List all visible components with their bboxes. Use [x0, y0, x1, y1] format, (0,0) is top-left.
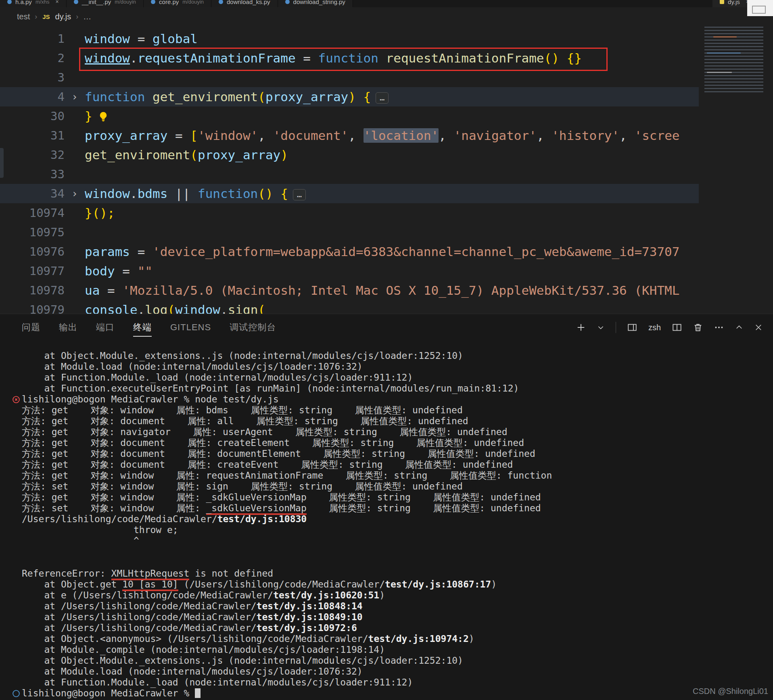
fold-chevron-icon[interactable]: ›	[65, 87, 85, 106]
terminal-line: 方法: get 对象: document 属性: createElement 属…	[22, 438, 773, 448]
line-number[interactable]: 31	[0, 126, 65, 145]
bottom-panel: 问题输出端口终端GITLENS调试控制台 zsh	[0, 314, 773, 700]
tab-dir-label: m/douyin	[115, 0, 136, 5]
line-number[interactable]: 4	[0, 87, 65, 106]
more-actions-icon[interactable]	[714, 323, 724, 332]
editor-tab[interactable]: download_string.py	[278, 0, 353, 7]
code-line[interactable]: 31proxy_array = ['window', 'document', '…	[0, 126, 699, 145]
line-number[interactable]: 10976	[0, 242, 65, 261]
panel-tab-problems[interactable]: 问题	[22, 314, 40, 341]
terminal-line: at Module.load (node:internal/modules/cj…	[22, 666, 773, 677]
panel-tab-output[interactable]: 输出	[59, 314, 77, 341]
line-number[interactable]: 10979	[0, 300, 65, 314]
terminal-line	[22, 546, 773, 557]
terminal-line: at Module._compile (node:internal/module…	[22, 644, 773, 655]
tab-dir-label: m/xhs	[36, 0, 50, 5]
code-lines: 1window = global2window.requestAnimation…	[0, 29, 699, 314]
python-file-icon	[74, 0, 78, 4]
code-text: window.bdms || function() {…	[85, 184, 306, 203]
terminal-line	[22, 557, 773, 568]
terminal-line: lishilong@bogon MediaCrawler % node test…	[22, 394, 773, 405]
lightbulb-icon[interactable]	[98, 110, 109, 123]
terminal-prompt-line[interactable]: lishilong@bogon MediaCrawler %	[22, 688, 773, 699]
code-line[interactable]: 4›function get_enviroment(proxy_array) {…	[0, 87, 699, 106]
close-tab-icon[interactable]: ×	[56, 0, 59, 5]
terminal-line: at Object.Module._extensions..js (node:i…	[22, 655, 773, 666]
code-line[interactable]: 33	[0, 165, 699, 184]
line-number[interactable]: 32	[0, 145, 65, 165]
kill-terminal-trash-icon[interactable]	[693, 323, 703, 332]
shell-name-label[interactable]: zsh	[648, 323, 661, 332]
code-line[interactable]: 10977body = ""	[0, 261, 699, 281]
code-text: window = global	[85, 29, 198, 48]
code-line[interactable]: 2window.requestAnimationFrame = function…	[0, 48, 699, 68]
fold-chevron-icon[interactable]: ›	[65, 184, 85, 203]
line-number[interactable]: 30	[0, 106, 65, 126]
panel-tab-terminal[interactable]: 终端	[133, 314, 152, 341]
code-line[interactable]: 30}	[0, 106, 699, 126]
terminal-line: at Object.Module._extensions..js (node:i…	[22, 350, 773, 361]
code-text: }	[85, 106, 109, 126]
line-number[interactable]: 10975	[0, 223, 65, 242]
maximize-panel-chevron-icon[interactable]	[735, 323, 743, 331]
new-terminal-button[interactable]	[576, 323, 586, 332]
breadcrumb[interactable]: test › JS dy.js › …	[0, 7, 773, 26]
line-number[interactable]: 10974	[0, 203, 65, 223]
command-running-icon	[12, 689, 20, 700]
code-line[interactable]: 10979console.log(window.sign(	[0, 300, 699, 314]
line-number[interactable]: 10978	[0, 281, 65, 300]
code-text: params = 'device_platform=webapp&aid=638…	[85, 242, 679, 261]
terminal-line: 方法: get 对象: document 属性: createEvent 属性类…	[22, 459, 773, 470]
divider	[616, 322, 616, 333]
line-number[interactable]: 1	[0, 29, 65, 48]
terminal-line: at e (/Users/lishilong/code/MediaCrawler…	[22, 590, 773, 601]
close-panel-icon[interactable]	[754, 323, 763, 331]
breadcrumb-file[interactable]: dy.js	[55, 12, 71, 21]
code-line[interactable]: 1window = global	[0, 29, 699, 48]
terminal-output[interactable]: at Object.Module._extensions..js (node:i…	[0, 341, 773, 700]
terminal-line: 方法: get 对象: window 属性: bdms 属性类型: string…	[22, 405, 773, 416]
tab-label: h.a.py	[15, 0, 32, 5]
terminal-line: 方法: get 对象: document 属性: all 属性类型: strin…	[22, 416, 773, 427]
panel-tab-debug-console[interactable]: 调试控制台	[230, 314, 276, 341]
code-line[interactable]: 10976params = 'device_platform=webapp&ai…	[0, 242, 699, 261]
terminal-panel-icon[interactable]	[627, 323, 637, 332]
panel-tab-bar: 问题输出端口终端GITLENS调试控制台	[22, 314, 276, 341]
breadcrumb-separator-icon: ›	[35, 12, 37, 21]
terminal-line: at /Users/lishilong/code/MediaCrawler/te…	[22, 601, 773, 612]
breadcrumb-symbol[interactable]: …	[83, 12, 91, 21]
code-line[interactable]: 32get_enviroment(proxy_array)	[0, 145, 699, 165]
code-text: }();	[85, 203, 115, 223]
code-line[interactable]: 10975	[0, 223, 699, 242]
code-line[interactable]: 34›window.bdms || function() {…	[0, 184, 699, 203]
terminal-line: 方法: get 对象: document 属性: documentElement…	[22, 448, 773, 459]
command-error-icon	[12, 395, 20, 406]
code-editor[interactable]: 1window = global2window.requestAnimation…	[0, 26, 773, 314]
editor-tab[interactable]: __init__.pym/douyin	[67, 0, 144, 7]
split-terminal-icon[interactable]	[672, 323, 682, 332]
overlay-fragment	[747, 0, 773, 16]
minimap[interactable]	[701, 26, 773, 314]
line-number[interactable]: 10977	[0, 261, 65, 281]
line-number[interactable]: 3	[0, 68, 65, 87]
code-text: get_enviroment(proxy_array)	[85, 145, 288, 165]
line-number[interactable]: 2	[0, 48, 65, 68]
breadcrumb-folder[interactable]: test	[17, 12, 30, 21]
terminal-line: throw e;	[22, 525, 773, 535]
terminal-line: 方法: set 对象: window 属性: sign 属性类型: string…	[22, 481, 773, 492]
code-line[interactable]: 10974}();	[0, 203, 699, 223]
panel-tab-gitlens[interactable]: GITLENS	[170, 314, 211, 341]
code-line[interactable]: 10978ua = 'Mozilla/5.0 (Macintosh; Intel…	[0, 281, 699, 300]
line-number[interactable]: 33	[0, 165, 65, 184]
line-number[interactable]: 34	[0, 184, 65, 203]
editor-tab[interactable]: core.pym/douyin	[144, 0, 211, 7]
tab-label: download_ks.py	[227, 0, 270, 5]
terminal-line: at /Users/lishilong/code/MediaCrawler/te…	[22, 612, 773, 623]
editor-tab[interactable]: h.a.pym/xhs×	[0, 0, 67, 7]
editor-tab[interactable]: download_ks.py	[211, 0, 278, 7]
panel-tab-ports[interactable]: 端口	[96, 314, 115, 341]
terminal-profile-chevron-icon[interactable]	[597, 324, 604, 331]
code-line[interactable]: 3	[0, 68, 699, 87]
tab-label: dy.js	[728, 0, 740, 5]
code-text: body = ""	[85, 261, 153, 281]
